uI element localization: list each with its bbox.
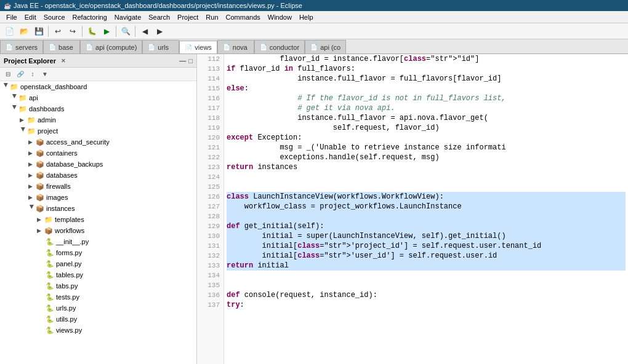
tree-item-project[interactable]: ▶📁project (0, 125, 196, 136)
tab-label-nova: nova (233, 44, 248, 51)
tree-item-templates[interactable]: ▶📁templates (0, 214, 196, 225)
tree-arrow-templates[interactable]: ▶ (37, 216, 44, 223)
py-icon-forms: 🐍 (46, 249, 54, 257)
menu-item-navigate[interactable]: Navigate (111, 11, 145, 23)
package-icon-containers: 📦 (36, 149, 44, 157)
tree-label-dashboards: dashboards (29, 105, 65, 113)
menu-item-help[interactable]: Help (296, 11, 317, 23)
tree-item-images[interactable]: ▶📦images (0, 192, 196, 203)
project-explorer: Project Explorer ✕ — □ ⊟ 🔗 ↕ ▼ ▶📁opensta… (0, 54, 197, 364)
explorer-header-left: Project Explorer ✕ (4, 57, 66, 65)
explorer-btn-sync[interactable]: ↕ (27, 69, 38, 80)
tree-item-views_py[interactable]: 🐍views.py (0, 325, 196, 336)
tree-arrow-dashboards[interactable]: ▶ (12, 105, 18, 113)
tree-item-dashboards[interactable]: ▶📁dashboards (0, 103, 196, 114)
toolbar-btn-debug[interactable]: 🐛 (85, 25, 99, 38)
explorer-btn-collapse[interactable]: ⊟ (2, 69, 14, 80)
tree-arrow-workflows[interactable]: ▶ (37, 228, 44, 234)
tree-label-urls_py: urls.py (56, 304, 76, 312)
code-editor[interactable]: 1121131141151161171181191201211221231241… (197, 54, 628, 364)
code-line-122: exceptions.handle(self.request, msg) (227, 152, 626, 162)
toolbar-btn-undo[interactable]: ↩ (51, 25, 65, 38)
tree-item-tests[interactable]: 🐍tests.py (0, 291, 196, 303)
tree-item-workflows[interactable]: ▶📦workflows (0, 225, 196, 236)
tab-conductor[interactable]: 📄conductor (254, 40, 305, 53)
toolbar-btn-run[interactable]: ▶ (100, 25, 113, 38)
toolbar-btn-open[interactable]: 📂 (17, 25, 31, 38)
tab-api-co[interactable]: 📄api (co (305, 40, 346, 53)
menu-item-source[interactable]: Source (40, 11, 69, 23)
menu-item-search[interactable]: Search (145, 11, 174, 23)
tree-arrow-project[interactable]: ▶ (20, 127, 26, 135)
toolbar-btn-prev[interactable]: ◀ (138, 25, 151, 38)
tab-base[interactable]: 📄base (43, 40, 80, 53)
tree-arrow-containers[interactable]: ▶ (28, 150, 36, 156)
toolbar-btn-save[interactable]: 💾 (32, 25, 46, 38)
toolbar-btn-search[interactable]: 🔍 (119, 25, 132, 38)
tab-views[interactable]: 📄views (179, 41, 217, 54)
code-line-123: return instances (227, 162, 626, 172)
folder-icon-templates: 📁 (44, 216, 53, 224)
tree-item-tables[interactable]: 🐍tables.py (0, 269, 196, 280)
code-content[interactable]: flavor_id = instance.flavor[class="str">… (224, 54, 628, 364)
tree-item-database_backups[interactable]: ▶📦database_backups (0, 159, 196, 170)
tree-item-firewalls[interactable]: ▶📦firewalls (0, 181, 196, 192)
tab-nova[interactable]: 📄nova (217, 40, 254, 53)
line-number-131: 131 (199, 241, 220, 251)
tree-item-databases[interactable]: ▶📦databases (0, 170, 196, 181)
tree-item-urls_py[interactable]: 🐍urls.py (0, 303, 196, 314)
tree-item-access_and_security[interactable]: ▶📦access_and_security (0, 136, 196, 148)
menu-item-edit[interactable]: Edit (21, 11, 40, 23)
tree-arrow-api[interactable]: ▶ (12, 94, 18, 101)
explorer-btn-link[interactable]: 🔗 (15, 69, 26, 80)
tab-urls[interactable]: 📄urls (142, 40, 179, 53)
tab-servers[interactable]: 📄servers (0, 40, 43, 53)
tree-item-panel[interactable]: 🐍panel.py (0, 258, 196, 269)
file-tree[interactable]: ▶📁openstack_dashboard▶📁api▶📁dashboards▶📁… (0, 81, 196, 364)
tree-arrow-databases[interactable]: ▶ (28, 172, 36, 178)
menu-item-refactoring[interactable]: Refactoring (69, 11, 111, 23)
tree-arrow-database_backups[interactable]: ▶ (28, 161, 36, 167)
toolbar-sep-1 (48, 26, 49, 37)
tree-item-utils[interactable]: 🐍utils.py (0, 314, 196, 325)
menu-item-run[interactable]: Run (202, 11, 222, 23)
line-number-124: 124 (199, 172, 220, 182)
code-line-126: class LaunchInstanceView(workflows.Workf… (227, 192, 626, 202)
tab-api-compute[interactable]: 📄api (compute) (80, 40, 142, 53)
tree-item-init[interactable]: 🐍__init__.py (0, 236, 196, 247)
explorer-minimize[interactable]: — (179, 57, 186, 65)
menu-item-commands[interactable]: Commands (222, 11, 264, 23)
menu-item-project[interactable]: Project (174, 11, 202, 23)
toolbar-btn-new[interactable]: 📄 (2, 25, 16, 38)
explorer-btn-menu[interactable]: ▼ (39, 69, 50, 80)
tree-arrow-images[interactable]: ▶ (28, 194, 36, 200)
tree-item-root[interactable]: ▶📁openstack_dashboard (0, 81, 196, 92)
toolbar-sep-4 (135, 26, 135, 37)
tree-item-forms[interactable]: 🐍forms.py (0, 247, 196, 258)
tree-item-api[interactable]: ▶📁api (0, 92, 196, 103)
explorer-maximize[interactable]: □ (188, 57, 193, 65)
menu-item-window[interactable]: Window (264, 11, 296, 23)
toolbar-btn-redo[interactable]: ↪ (66, 25, 79, 38)
toolbar-btn-next[interactable]: ▶ (153, 25, 166, 38)
folder-icon-api: 📁 (18, 94, 27, 102)
tree-item-containers[interactable]: ▶📦containers (0, 148, 196, 159)
line-number-119: 119 (199, 123, 220, 133)
tree-arrow-firewalls[interactable]: ▶ (28, 183, 36, 189)
title-bar: ☕ Java EE - openstack_ice/openstack_dash… (0, 0, 628, 11)
menu-item-file[interactable]: File (2, 11, 21, 23)
py-icon-utils: 🐍 (46, 315, 54, 323)
tree-arrow-access_and_security[interactable]: ▶ (28, 139, 36, 145)
line-number-136: 136 (199, 290, 220, 300)
tree-arrow-root[interactable]: ▶ (3, 83, 9, 90)
tree-item-instances[interactable]: ▶📦instances (0, 203, 196, 214)
line-number-128: 128 (199, 212, 220, 221)
code-line-135 (227, 280, 626, 290)
tab-label-urls: urls (158, 44, 169, 51)
tree-item-tabs[interactable]: 🐍tabs.py (0, 280, 196, 291)
tree-arrow-instances[interactable]: ▶ (29, 205, 35, 212)
tree-arrow-admin[interactable]: ▶ (20, 117, 27, 123)
line-number-118: 118 (199, 113, 220, 123)
tree-item-admin[interactable]: ▶📁admin (0, 114, 196, 125)
package-icon-instances: 📦 (36, 205, 44, 213)
